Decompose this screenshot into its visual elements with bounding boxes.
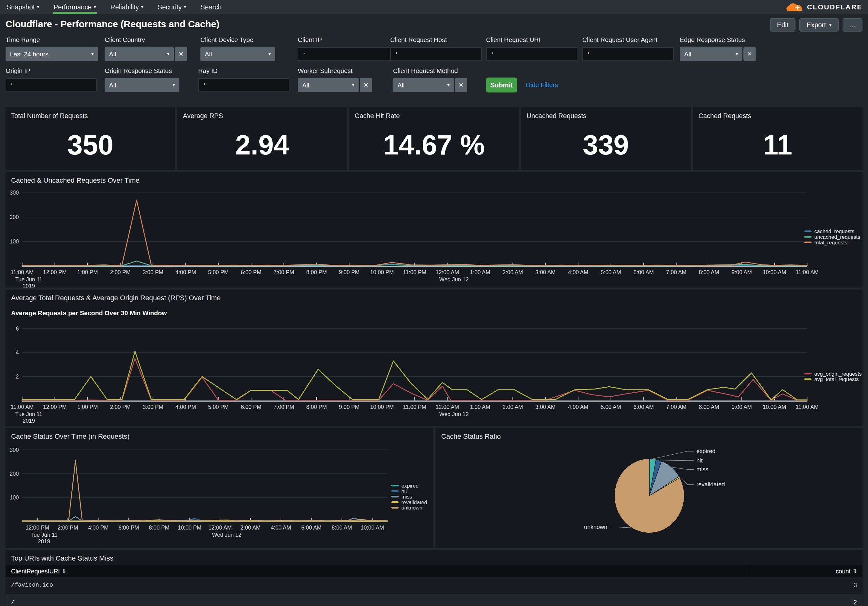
stat-label: Average RPS [183,112,223,120]
legend-swatch [804,241,812,243]
chevron-down-icon: ▾ [732,51,738,56]
column-header-count[interactable]: count ⇅ [750,565,862,576]
nav-item-reliability[interactable]: Reliability▾ [110,0,143,14]
svg-text:6:00 PM: 6:00 PM [241,269,262,275]
filter-client-device-type: Client Device TypeAll▾ [200,37,275,61]
filter-time-range: Time RangeLast 24 hours▾ [6,37,98,61]
filter-label: Client IP [298,37,390,43]
svg-text:9:00 PM: 9:00 PM [339,269,360,275]
svg-text:1:00 PM: 1:00 PM [78,404,98,410]
stat-value: 350 [6,129,175,162]
filter-label: Edge Response Status [680,37,756,43]
cell-clientrequesturi: / [6,599,751,605]
filter-input-client-ip[interactable] [298,47,390,61]
filter-select-client-device-type[interactable]: All▾ [200,47,275,61]
svg-text:11:00 AM: 11:00 AM [11,404,34,410]
legend-swatch [804,373,812,374]
panel-cache-status-over-time: Cache Status Over Time (in Requests) 100… [6,428,434,548]
nav-item-label: Reliability [110,3,139,11]
filter-input-client-request-host[interactable] [390,47,482,61]
hide-filters-link[interactable]: Hide Filters [526,81,558,88]
nav-item-snapshot[interactable]: Snapshot▾ [6,0,39,14]
page-title: Cloudflare - Performance (Requests and C… [6,19,220,30]
svg-text:9:00 PM: 9:00 PM [339,404,360,410]
nav-item-performance[interactable]: Performance▾ [54,0,96,14]
svg-text:6:00 PM: 6:00 PM [241,404,262,410]
svg-text:100: 100 [10,238,19,245]
svg-text:12:00 AM: 12:00 AM [436,269,459,275]
submit-button[interactable]: Submit [486,78,517,93]
svg-text:4: 4 [16,350,19,356]
filter-select-worker-subrequest[interactable]: All▾ [298,78,358,92]
nav-item-search[interactable]: Search [200,0,222,14]
filter-select-origin-response-status[interactable]: All▾ [105,78,180,92]
filter-bar: Submit Hide Filters Time RangeLast 24 ho… [0,36,868,107]
brand-name: CLOUDFLARE [807,3,862,11]
filter-select-client-request-method[interactable]: All▾ [393,78,454,92]
filter-select-time-range[interactable]: Last 24 hours▾ [6,47,98,61]
legend-label: avg_total_requests [814,376,859,382]
panel-top-uris: Top URIs with Cache Status Miss ClientRe… [6,550,863,606]
svg-text:8:00 AM: 8:00 AM [699,269,719,275]
filter-input-client-request-user-agent[interactable] [583,47,674,61]
legend-swatch [391,507,398,508]
filter-origin-ip: Origin IP [6,68,97,92]
clear-filter-button[interactable]: ✕ [743,47,756,61]
pie-label-revalidated: revalidated [696,481,725,488]
filter-select-client-country[interactable]: All▾ [105,47,174,61]
svg-text:8:00 PM: 8:00 PM [306,269,327,275]
average-rps-chart: 24611:00 AMTue Jun 11201912:00 PM1:00 PM… [6,290,863,426]
stat-panel-average-rps: Average RPS2.94 [177,107,347,170]
edit-button[interactable]: Edit [770,18,796,31]
svg-text:5:00 PM: 5:00 PM [208,404,229,410]
svg-text:8:00 PM: 8:00 PM [149,525,169,531]
table-row[interactable]: /2 [6,594,863,606]
svg-text:8:00 AM: 8:00 AM [699,404,719,410]
panel-average-rps-over-time: Average Total Requests & Average Origin … [6,290,863,426]
filter-input-client-request-uri[interactable] [486,47,577,61]
filter-label: Origin IP [6,68,97,74]
chart-legend: avg_origin_requestsavg_total_requests [804,371,862,382]
selected-value: Last 24 hours [10,51,48,57]
legend-label: miss [401,493,412,499]
clear-filter-button[interactable]: ✕ [175,47,187,61]
column-header-clientrequesturi[interactable]: ClientRequestURI ⇅ [6,567,751,574]
column-header-label: count [836,567,851,574]
svg-text:5:00 PM: 5:00 PM [208,269,229,275]
legend-label: hit [401,488,407,494]
filter-select-edge-response-status[interactable]: All▾ [680,47,742,61]
svg-text:7:00 AM: 7:00 AM [666,269,687,275]
svg-text:10:00 AM: 10:00 AM [763,404,786,410]
export-button[interactable]: Export ▾ [800,18,839,31]
chevron-down-icon: ▾ [265,51,271,56]
stat-label: Total Number of Requests [11,112,88,120]
nav-item-security[interactable]: Security▾ [158,0,186,14]
filter-input-origin-ip[interactable] [6,78,97,92]
stat-label: Uncached Requests [527,112,586,120]
filter-ray-id: Ray ID [198,68,290,92]
sort-icon: ⇅ [852,568,857,574]
svg-text:5:00 AM: 5:00 AM [601,404,621,410]
svg-text:200: 200 [10,471,19,477]
chevron-down-icon: ▾ [88,51,94,56]
clear-filter-button[interactable]: ✕ [455,78,467,92]
svg-text:2:00 AM: 2:00 AM [502,404,523,410]
clear-filter-button[interactable]: ✕ [360,78,372,92]
table-row[interactable]: /favicon.ico3 [6,576,863,593]
svg-text:12:00 AM: 12:00 AM [436,404,459,410]
legend-label: revalidated [401,499,427,505]
more-button[interactable]: ... [843,18,863,31]
stat-panels: Total Number of Requests350Average RPS2.… [6,107,863,170]
filter-client-request-method: Client Request MethodAll▾✕ [393,68,467,92]
svg-text:Tue Jun 11: Tue Jun 11 [30,532,57,538]
svg-text:11:00 PM: 11:00 PM [403,269,426,275]
svg-text:10:00 PM: 10:00 PM [370,269,394,275]
filter-client-country: Client CountryAll▾✕ [105,37,187,61]
legend-swatch [391,490,398,492]
filter-label: Ray ID [198,68,290,74]
legend-swatch [804,236,812,237]
legend-label: avg_origin_requests [814,370,862,376]
filter-input-ray-id[interactable] [198,78,290,92]
legend-label: uncached_requests [814,233,860,239]
filter-worker-subrequest: Worker SubrequestAll▾✕ [298,68,372,92]
